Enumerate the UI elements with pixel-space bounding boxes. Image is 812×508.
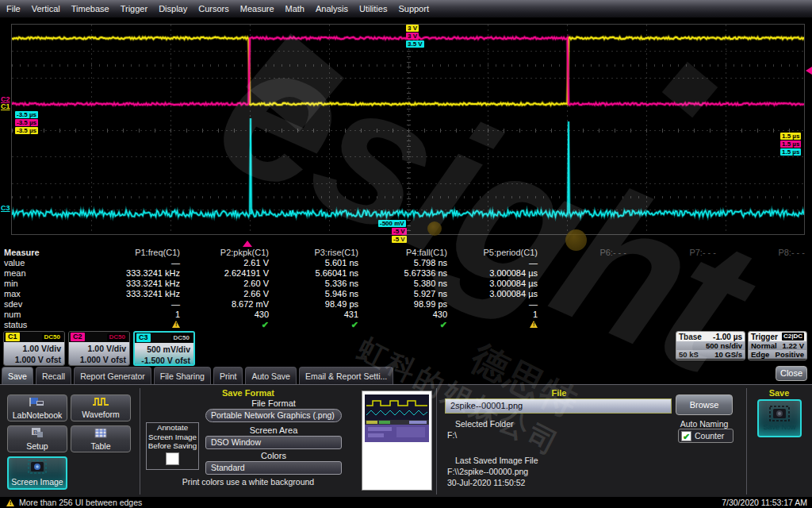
tab-email-report-setti-[interactable]: Email & Report Setti...	[299, 367, 393, 384]
menu-item-measure[interactable]: Measure	[240, 4, 274, 13]
preview-mini-screen	[365, 394, 429, 442]
edge-tag-top-c2: 3 V	[406, 33, 419, 40]
waveform-traces	[12, 25, 804, 234]
auto-naming-label: Auto Naming	[671, 419, 737, 429]
channel-box-c1[interactable]: C1DC501.00 V/div1.000 V ofst	[3, 331, 65, 366]
trace-c3	[12, 118, 804, 217]
annotate-checkbox[interactable]	[166, 452, 179, 465]
tab-save[interactable]: Save	[2, 367, 33, 384]
edge-tag-bottom-c1: -5 V	[392, 236, 407, 243]
file-title: File	[444, 388, 674, 398]
menu-item-utilities[interactable]: Utilities	[359, 4, 387, 13]
tab-recall[interactable]: Recall	[36, 367, 71, 384]
status-bar: More than 256 UI between edges 7/30/2020…	[0, 497, 812, 508]
channel-box-header: C1DC50	[4, 332, 64, 342]
trigger-slope: Positive	[776, 350, 804, 359]
svg-text:B: B	[33, 429, 37, 436]
trigger-source-tag: C2|DC	[782, 333, 804, 341]
menu-item-math[interactable]: Math	[285, 4, 304, 13]
measure-param-7[interactable]: P7:- - -	[627, 248, 716, 258]
counter-option[interactable]: ✔ Counter	[678, 429, 733, 443]
trigger-box[interactable]: TriggerC2|DC Normal1.22 V EdgePositive	[748, 331, 807, 360]
setup-button[interactable]: BSetup	[7, 425, 67, 452]
status-message: More than 256 UI between edges	[19, 498, 142, 507]
measure-row-labels: Measurevaluemeanminmaxsdevnumstatus	[4, 248, 59, 330]
filename-input[interactable]: 2spike--00001.png	[445, 398, 672, 414]
edge-tag-bottom-c3: -500 mV	[378, 220, 406, 227]
timebase-delay: -1.00 µs	[713, 333, 742, 341]
save-title: Save	[746, 388, 812, 398]
save-format-title: Save Format	[140, 388, 357, 398]
warning-icon	[6, 499, 14, 506]
selected-folder-label: Selected Folder	[455, 419, 514, 429]
channel-box-body: 1.00 V/div1.000 V ofst	[4, 342, 64, 366]
last-saved-time: 30-Jul-2020 11:50:52	[447, 478, 525, 487]
tab-print[interactable]: Print	[213, 367, 243, 384]
close-button[interactable]: Close	[776, 366, 807, 381]
measure-param-3[interactable]: P3:rise(C1)5.601 ns5.66041 ns5.336 ns5.9…	[270, 248, 358, 330]
channel-box-body: 500 mV/div-1.500 V ofst	[135, 343, 193, 366]
trigger-time-marker[interactable]	[243, 241, 252, 247]
measure-table: MeasurevaluemeanminmaxsdevnumstatusP1:fr…	[0, 248, 812, 329]
channel-id-tag: C2	[71, 333, 85, 341]
check-status-icon: ✔	[351, 320, 358, 329]
channel-marker-c3[interactable]: C3	[1, 205, 10, 212]
table-button[interactable]: Table	[71, 425, 131, 452]
menu-item-trigger[interactable]: Trigger	[121, 4, 147, 13]
screen-image-button[interactable]: Screen Image	[7, 456, 67, 490]
save-now-button[interactable]: Save Now	[757, 399, 802, 437]
timebase-box[interactable]: Tbase-1.00 µs 500 ns/div 50 kS10 GS/s	[676, 331, 745, 360]
file-format-dropdown[interactable]: Portable Network Graphics (.png)	[205, 409, 342, 422]
trigger-level-marker[interactable]	[806, 67, 812, 75]
save-now-label: Save Now	[763, 423, 795, 431]
browse-button[interactable]: Browse	[676, 394, 733, 415]
trigger-mode: Normal	[751, 341, 777, 350]
coupling-tag: DC50	[171, 334, 192, 342]
waveform-grid	[11, 24, 805, 235]
waveform-button[interactable]: Waveform	[71, 394, 131, 421]
menu-item-support[interactable]: Support	[398, 4, 429, 13]
warning-status-icon	[172, 321, 180, 328]
channel-box-body: 1.00 V/div1.000 V ofst	[69, 342, 129, 366]
warning-status-icon	[530, 321, 538, 328]
last-saved-file: F:\\2spike--00000.png	[447, 467, 528, 476]
edge-tag-right-c3: 1.5 µs	[780, 148, 801, 156]
tab-report-generator[interactable]: Report Generator	[74, 367, 151, 384]
edge-tag-right-c2: 1.5 µs	[780, 140, 801, 148]
edge-tag-left-c2: -3.5 µs	[15, 119, 38, 126]
measure-param-1[interactable]: P1:freq(C1)—333.3241 kHz333.3241 kHz333.…	[91, 248, 180, 330]
edge-tag-top-c3: 3.5 V	[406, 40, 424, 48]
tab-auto-save[interactable]: Auto Save	[245, 367, 296, 384]
menu-item-analysis[interactable]: Analysis	[316, 4, 348, 13]
annotate-label: Annotate Screen Image Before Saving	[147, 423, 198, 451]
menu-bar: FileVerticalTimebaseTriggerDisplayCursor…	[0, 0, 812, 17]
menu-item-cursors[interactable]: Cursors	[198, 4, 229, 13]
channel-box-c2[interactable]: C2DC501.00 V/div1.000 V ofst	[68, 331, 130, 366]
screen-area-dropdown[interactable]: DSO Window	[205, 436, 342, 449]
screen-image-icon	[28, 460, 47, 475]
colors-dropdown[interactable]: Standard	[205, 461, 342, 475]
channel-marker-c1[interactable]: C1	[1, 103, 10, 110]
channel-box-header: C2DC50	[69, 332, 129, 342]
screen-area-label: Screen Area	[205, 425, 342, 435]
channel-id-tag: C3	[136, 333, 151, 342]
labnotebook-button[interactable]: LabNotebook	[7, 394, 67, 421]
measure-param-2[interactable]: P2:pkpk(C1)2.61 V2.624191 V2.60 V2.66 V8…	[180, 248, 269, 330]
tab-file-sharing[interactable]: File Sharing	[154, 367, 211, 384]
table-icon	[94, 428, 107, 440]
menu-item-timebase[interactable]: Timebase	[71, 4, 109, 13]
channel-box-header: C3DC50	[135, 333, 193, 343]
measure-param-6[interactable]: P6:- - -	[538, 248, 626, 258]
timebase-samples: 50 kS	[679, 350, 699, 359]
setup-icon: B	[31, 427, 44, 440]
counter-checkbox[interactable]: ✔	[681, 431, 691, 441]
menu-item-vertical[interactable]: Vertical	[32, 4, 60, 13]
menu-item-file[interactable]: File	[6, 4, 21, 13]
trigger-label: Trigger	[751, 333, 778, 341]
measure-param-5[interactable]: P5:period(C1)—3.000084 µs3.000084 µs3.00…	[449, 248, 538, 330]
measure-param-4[interactable]: P4:fall(C1)5.798 ns5.67336 ns5.380 ns5.9…	[358, 248, 447, 330]
channel-box-c3[interactable]: C3DC50500 mV/div-1.500 V ofst	[133, 331, 195, 366]
menu-item-display[interactable]: Display	[159, 4, 187, 13]
edge-tag-left-c3: -3.5 µs	[15, 111, 38, 118]
measure-param-8[interactable]: P8:- - -	[716, 248, 805, 258]
